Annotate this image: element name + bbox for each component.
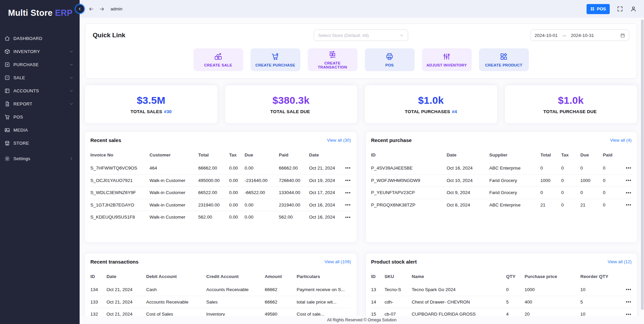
table-cell: Oct 21, 2024 [309, 166, 340, 171]
table-cell: 0.00 [229, 190, 245, 195]
column-header: Supplier [489, 152, 541, 157]
sidebar-item-dashboard[interactable]: DASHBOARD [0, 32, 80, 45]
table-cell: 0 [603, 166, 620, 171]
table-cell: Cost of sale... [297, 312, 351, 316]
sidebar-item-sale[interactable]: SALE [0, 71, 80, 84]
view-all-sales-link[interactable]: View all (30) [327, 138, 351, 143]
row-actions-button[interactable]: ••• [340, 202, 351, 207]
column-header: Customer [149, 152, 198, 157]
page-scrollbar[interactable] [641, 19, 644, 310]
store-select-placeholder: Select Store (Default: All) [318, 33, 369, 38]
store-icon [4, 140, 10, 146]
printer-icon [385, 52, 394, 61]
table-cell: ABC Enterprise [489, 166, 541, 171]
quick-action-label: CREATE SALE [204, 63, 232, 67]
table-cell: Walk-in Customer [149, 190, 198, 195]
column-header: Date [106, 274, 146, 279]
recent-purchase-table: IDDateSupplierTotalTaxDuePaidP_4SV39AJ4E… [371, 148, 632, 211]
table-cell: S_7HFWWTQ6VC9OS [90, 166, 149, 171]
sidebar-item-accounts[interactable]: ACCOUNTS [0, 84, 80, 97]
date-range-picker[interactable]: 2024-10-01 2024-10-31 [530, 30, 629, 41]
view-all-transactions-link[interactable]: View all (109) [325, 259, 351, 264]
table-cell: CUPBOARD FLORIDA GROSS [412, 312, 506, 316]
column-header: Reorder QTY [581, 274, 620, 279]
topbar-right: POS [587, 4, 637, 14]
sidebar-item-media[interactable]: MEDIA [0, 124, 80, 137]
quick-link-card: Quick Link Select Store (Default: All) 2… [85, 24, 637, 79]
footer: All Rights Reserved © Omega Solution [80, 316, 644, 324]
row-actions-button[interactable]: ••• [340, 190, 351, 195]
recent-transactions-table: IDDateDebit AccountCredit AccountAmountP… [90, 269, 351, 316]
adjust-inventory-button[interactable]: ADJUST INVENTORY [422, 48, 472, 71]
stat-card: $1.0k TOTAL PURCHASE DUE [505, 85, 637, 123]
table-row: 15cb-07CUPBOARD FLORIDA GROSS42010••• [371, 308, 632, 316]
table-cell: P_YEUNFTAPV23CP [371, 190, 447, 195]
table-cell: 66662.00 [279, 166, 309, 171]
sidebar-item-store[interactable]: STORE [0, 137, 80, 150]
pos-quick-button[interactable]: POS [365, 48, 415, 71]
quick-link-title: Quick Link [93, 32, 314, 39]
table-cell: 231940.00 [198, 202, 229, 207]
table-cell: total sale price wit... [297, 299, 351, 305]
table-cell: 5 [581, 299, 620, 305]
table-cell: Walk-in Customer [149, 215, 198, 220]
sidebar-item-label: SALE [13, 75, 25, 80]
row-actions-button[interactable]: ••• [340, 178, 351, 183]
table-cell: 133 [90, 299, 106, 305]
row-actions-button[interactable]: ••• [620, 299, 632, 304]
sidebar-item-inventory[interactable]: INVENTORY [0, 45, 80, 58]
table-cell: Chest of Drawer- CHEVRON [412, 299, 506, 305]
row-actions-button[interactable]: ••• [340, 166, 351, 170]
row-actions-button[interactable]: ••• [620, 312, 632, 316]
topbar-pos-button[interactable]: POS [587, 4, 610, 14]
row-actions-button[interactable]: ••• [620, 166, 632, 170]
create-product-button[interactable]: CREATE PRODUCT [479, 48, 529, 71]
create-transaction-button[interactable]: CREATE TRANSACTION [308, 48, 357, 71]
sidebar-collapse-button[interactable] [75, 4, 85, 14]
sidebar-item-purchase[interactable]: PURCHASE [0, 58, 80, 71]
row-actions-button[interactable]: ••• [620, 202, 632, 207]
table-cell: Oct 17, 2024 [309, 190, 340, 195]
home-icon [4, 36, 10, 41]
sidebar-item-settings[interactable]: Settings [0, 152, 80, 165]
row-actions-button[interactable]: ••• [620, 190, 632, 195]
table-cell: P_PRGQX6NK38TZP [371, 202, 447, 207]
table-cell: 0 [603, 202, 620, 207]
stat-value: $3.5M [137, 95, 165, 106]
chevron-right-icon [69, 156, 74, 161]
forward-button[interactable] [99, 6, 104, 12]
user-menu-button[interactable] [630, 6, 637, 12]
main-area: admin POS Quick Link Select Store (Defau… [80, 0, 644, 324]
app-logo: Multi Store ERP [0, 0, 80, 18]
table-cell: 1000 [581, 178, 603, 183]
sidebar-item-pos[interactable]: POS [0, 110, 80, 124]
create-sale-button[interactable]: CREATE SALE [194, 48, 243, 71]
date-to-value[interactable]: 2024-10-31 [571, 33, 594, 38]
image-icon [4, 127, 10, 133]
recent-purchase-panel: Recent purchase View all (4) IDDateSuppl… [366, 132, 637, 242]
table-cell: 0.00 [229, 215, 245, 220]
sidebar-item-label: Settings [13, 156, 30, 161]
chevron-down-icon [69, 102, 74, 106]
column-header: Name [412, 274, 506, 279]
stat-card: $3.5M TOTAL SALES#30 [85, 85, 217, 123]
sidebar-item-label: STORE [13, 141, 29, 146]
back-button[interactable] [89, 6, 94, 12]
fullscreen-button[interactable] [617, 6, 623, 12]
table-cell: P_4SV39AJ4EE5BE [371, 166, 447, 171]
stats-row: $3.5M TOTAL SALES#30 $380.3k TOTAL SALE … [85, 85, 637, 123]
store-select[interactable]: Select Store (Default: All) [314, 30, 408, 41]
date-from-value[interactable]: 2024-10-01 [534, 33, 558, 38]
row-actions-button[interactable]: ••• [620, 178, 632, 183]
sidebar-item-label: PURCHASE [13, 62, 39, 67]
row-actions-button[interactable]: ••• [620, 287, 632, 292]
sidebar-item-report[interactable]: REPORT [0, 97, 80, 110]
view-all-purchase-link[interactable]: View all (4) [610, 138, 632, 143]
dashboard-content: Quick Link Select Store (Default: All) 2… [80, 18, 644, 316]
row-actions-button[interactable]: ••• [340, 215, 351, 220]
view-all-stock-link[interactable]: View all (12) [608, 259, 632, 264]
create-purchase-button[interactable]: CREATE PURCHASE [251, 48, 300, 71]
table-cell: Cash [146, 287, 206, 292]
table-cell: Accounts Receivable [206, 287, 265, 292]
table-row: 133Oct 21, 2024Accounts ReceivableSales6… [90, 296, 351, 308]
